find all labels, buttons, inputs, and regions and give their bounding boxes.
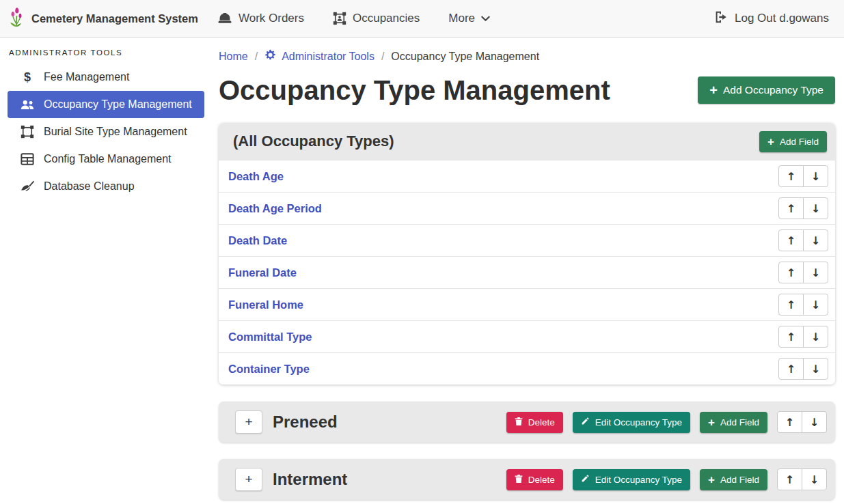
- section-actions: Delete Edit Occupancy Type + Add Field ↑: [506, 411, 827, 433]
- arrow-up-icon: ↑: [787, 170, 795, 183]
- nav-item-occupancies[interactable]: Occupancies: [333, 12, 420, 25]
- trash-icon: [515, 417, 523, 428]
- sidebar-item-burial-site-type-management[interactable]: Burial Site Type Management: [8, 118, 204, 145]
- users-icon: [19, 100, 36, 110]
- logout-button[interactable]: Log Out d.gowans: [714, 11, 829, 27]
- move-up-button[interactable]: ↑: [778, 197, 804, 219]
- move-down-button[interactable]: ↓: [803, 197, 828, 219]
- field-link-committal-type[interactable]: Committal Type: [228, 331, 312, 344]
- delete-interment-button[interactable]: Delete: [506, 469, 563, 490]
- reorder-controls: ↑ ↓: [778, 229, 828, 251]
- plus-icon: +: [245, 472, 252, 487]
- trash-icon: [515, 474, 523, 486]
- sidebar-item-fee-management[interactable]: $ Fee Management: [8, 64, 204, 91]
- plus-icon: +: [708, 474, 715, 486]
- move-up-button[interactable]: ↑: [777, 468, 802, 490]
- delete-preneed-button[interactable]: Delete: [506, 412, 563, 433]
- arrow-up-icon: ↑: [785, 473, 794, 486]
- field-link-death-date[interactable]: Death Date: [228, 234, 287, 247]
- reorder-controls: ↑ ↓: [778, 358, 828, 380]
- arrow-down-icon: ↓: [811, 363, 820, 376]
- gear-icon: [264, 49, 276, 64]
- field-link-death-age[interactable]: Death Age: [228, 170, 284, 183]
- reorder-controls: ↑ ↓: [777, 468, 827, 490]
- move-down-button[interactable]: ↓: [803, 294, 828, 316]
- all-occupancy-types-card: (All Occupancy Types) + Add Field Death …: [219, 123, 835, 384]
- dollar-icon: $: [19, 70, 36, 85]
- arrow-up-icon: ↑: [787, 298, 795, 311]
- reorder-controls: ↑ ↓: [778, 165, 828, 187]
- sidebar-heading: ADMINISTRATOR TOOLS: [0, 43, 212, 64]
- sidebar-item-config-table-management[interactable]: Config Table Management: [8, 145, 204, 173]
- pencil-icon: [581, 417, 590, 428]
- edit-preneed-button[interactable]: Edit Occupancy Type: [573, 412, 690, 433]
- move-down-button[interactable]: ↓: [803, 165, 828, 187]
- move-down-button[interactable]: ↓: [803, 262, 828, 283]
- arrow-down-icon: ↓: [811, 298, 820, 311]
- pencil-icon: [581, 474, 590, 485]
- field-link-funeral-home[interactable]: Funeral Home: [228, 298, 303, 311]
- move-down-button[interactable]: ↓: [802, 411, 827, 433]
- breadcrumb-separator: /: [255, 51, 258, 63]
- field-row: Death Age ↑ ↓: [219, 160, 835, 192]
- move-down-button[interactable]: ↓: [803, 229, 828, 251]
- move-up-button[interactable]: ↑: [778, 262, 804, 283]
- reorder-controls: ↑ ↓: [778, 294, 828, 316]
- sidebar-item-occupancy-type-management[interactable]: Occupancy Type Management: [8, 91, 204, 118]
- add-field-interment-button[interactable]: + Add Field: [700, 469, 767, 490]
- expand-preneed-button[interactable]: +: [235, 410, 262, 434]
- page-title: Occupancy Type Management: [219, 74, 610, 107]
- add-occupancy-type-button[interactable]: + Add Occupancy Type: [698, 76, 835, 104]
- move-up-button[interactable]: ↑: [778, 229, 804, 251]
- edit-interment-button[interactable]: Edit Occupancy Type: [573, 469, 690, 490]
- nav-item-more[interactable]: More: [448, 12, 490, 25]
- move-down-button[interactable]: ↓: [803, 358, 828, 380]
- reorder-controls: ↑ ↓: [778, 262, 828, 283]
- arrow-up-icon: ↑: [787, 266, 795, 279]
- app-brand[interactable]: Cemetery Management System: [8, 7, 198, 30]
- reorder-controls: ↑ ↓: [778, 326, 828, 348]
- field-link-container-type[interactable]: Container Type: [228, 363, 310, 376]
- move-down-button[interactable]: ↓: [802, 468, 827, 490]
- sidebar-item-database-cleanup[interactable]: Database Cleanup: [8, 173, 204, 200]
- plus-icon: +: [767, 136, 774, 148]
- move-up-button[interactable]: ↑: [778, 294, 804, 316]
- breadcrumb-admin-tools-link[interactable]: Administrator Tools: [264, 49, 375, 64]
- hard-hat-icon: [217, 12, 232, 25]
- reorder-controls: ↑ ↓: [778, 197, 828, 219]
- arrow-up-icon: ↑: [787, 202, 795, 215]
- arrow-up-icon: ↑: [787, 363, 795, 376]
- add-field-button-all-types[interactable]: + Add Field: [759, 131, 827, 152]
- reorder-controls: ↑ ↓: [777, 411, 827, 433]
- add-field-preneed-button[interactable]: + Add Field: [700, 412, 767, 433]
- plus-icon: +: [709, 83, 718, 97]
- section-title: Interment: [273, 470, 347, 489]
- move-up-button[interactable]: ↑: [778, 358, 804, 380]
- arrow-down-icon: ↓: [810, 416, 819, 429]
- top-navbar: Cemetery Management System Work Orders: [0, 0, 844, 38]
- move-up-button[interactable]: ↑: [778, 326, 804, 348]
- arrow-down-icon: ↓: [811, 170, 820, 183]
- vector-square-icon: [19, 125, 36, 139]
- nav-item-work-orders[interactable]: Work Orders: [217, 12, 304, 25]
- section-title: Preneed: [273, 412, 338, 432]
- field-link-death-age-period[interactable]: Death Age Period: [228, 202, 322, 215]
- section-preneed: + Preneed Delete: [219, 402, 835, 443]
- arrow-down-icon: ↓: [811, 331, 820, 344]
- arrow-down-icon: ↓: [811, 234, 820, 247]
- arrow-down-icon: ↓: [811, 266, 820, 279]
- tulip-logo-icon: [8, 7, 25, 30]
- plus-icon: +: [708, 417, 715, 428]
- move-up-button[interactable]: ↑: [778, 165, 804, 187]
- move-up-button[interactable]: ↑: [777, 411, 802, 433]
- section-actions: Delete Edit Occupancy Type + Add Field ↑: [506, 468, 827, 490]
- expand-interment-button[interactable]: +: [235, 468, 262, 491]
- breadcrumb-home-link[interactable]: Home: [219, 51, 248, 63]
- broom-icon: [19, 180, 36, 193]
- field-link-funeral-date[interactable]: Funeral Date: [228, 266, 297, 279]
- occupancy-frame-icon: [333, 12, 346, 25]
- main-content: Home / Administrator Tools / Occupancy T…: [212, 38, 844, 504]
- move-down-button[interactable]: ↓: [803, 326, 828, 348]
- field-row: Funeral Home ↑ ↓: [219, 288, 835, 320]
- arrow-up-icon: ↑: [787, 331, 795, 344]
